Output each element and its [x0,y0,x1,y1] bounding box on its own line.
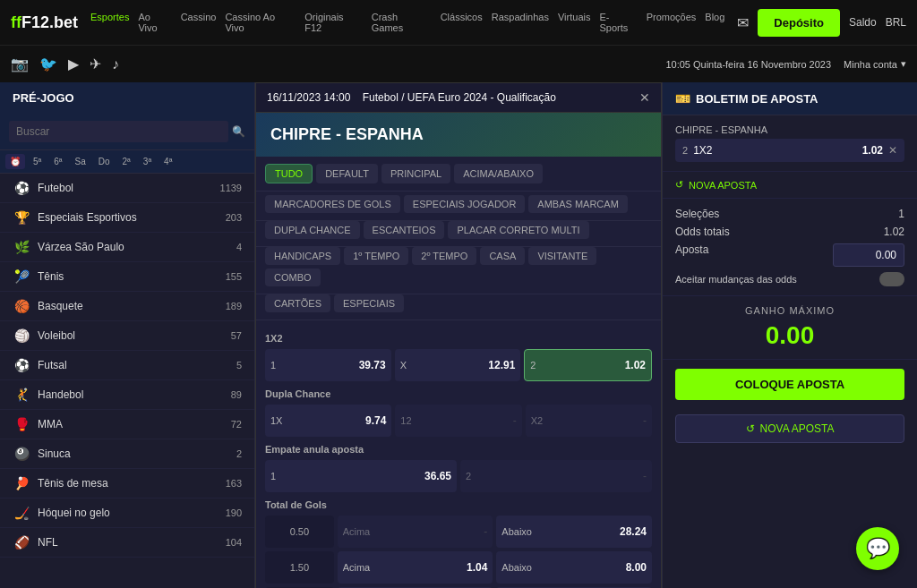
tab-ambas-marcam[interactable]: AMBAS MARCAM [528,195,627,213]
gols-abaixo-150[interactable]: Abaixo 8.00 [496,551,652,584]
tab-marcadores[interactable]: MARCADORES DE GOLS [265,195,400,213]
odds-label: 2 [466,471,471,481]
nav-crash[interactable]: Crash Games [372,12,432,33]
nav-blog[interactable]: Blog [705,12,724,33]
sport-count: 5 [236,360,242,371]
bet-tabs-main: TUDO DEFAULT PRINCIPAL ACIMA/ABAIXO [256,157,661,192]
sidebar-item-basquete[interactable]: 🏀 Basquete 189 [0,292,254,321]
aposta-input[interactable] [833,243,904,267]
bet-item-row: 2 1X2 1.02 ✕ [675,139,904,162]
sidebar-item-futsal[interactable]: ⚽ Futsal 5 [0,351,254,380]
tab-handicaps[interactable]: HANDICAPS [265,247,340,265]
nav-classicos[interactable]: Clássicos [441,12,483,33]
datetime-text: 10:05 Quinta-feira 16 Novembro 2023 [665,59,831,70]
filter-tab-5a[interactable]: 5ª [29,154,46,169]
sidebar-item-tenis-mesa[interactable]: 🏓 Tênis de mesa 163 [0,469,254,499]
close-button[interactable]: ✕ [639,90,650,105]
instagram-icon[interactable]: 📷 [11,55,29,72]
filter-tab-4a[interactable]: 4ª [159,154,176,169]
nav-esports[interactable]: E-Sports [599,12,637,33]
section-empate-anula: Empate anula aposta 1 36.65 2 - [265,444,652,492]
coloque-aposta-button[interactable]: COLOQUE APOSTA [675,369,904,400]
odds-1x[interactable]: 1X 9.74 [265,405,391,437]
sidebar-item-voleibol[interactable]: 🏐 Voleibol 57 [0,321,254,351]
tab-dupla-chance[interactable]: DUPLA CHANCE [265,221,360,239]
telegram-icon[interactable]: ✈ [90,55,101,72]
sidebar-item-handebol[interactable]: 🤾 Handebol 89 [0,380,254,410]
tab-2o-tempo[interactable]: 2º TEMPO [412,247,476,265]
mail-icon[interactable]: ✉ [737,14,749,31]
twitter-icon[interactable]: 🐦 [39,55,57,72]
odds-x2: X2 - [526,405,652,437]
sidebar: PRÉ-JOGO 🔍 ⏰ 5ª 6ª Sa Do 2ª 3ª 4ª ⚽ Fute… [0,82,255,588]
match-date: 16/11/2023 14:00 [267,91,350,104]
bet-item-close-button[interactable]: ✕ [888,144,897,157]
odds-x[interactable]: X 12.91 [395,349,521,381]
minha-conta-button[interactable]: Minha conta ▾ [844,58,906,70]
tab-combo[interactable]: COMBO [265,268,321,286]
tab-acima-abaixo[interactable]: ACIMA/ABAIXO [454,164,543,183]
sport-name: Hóquei no gelo [38,507,226,519]
tab-especiais[interactable]: ESPECIAIS [334,294,404,312]
nav-virtuais[interactable]: Virtuais [558,12,590,33]
deposit-button[interactable]: Depósito [758,9,840,37]
tab-placar-correto[interactable]: PLACAR CORRETO MULTI [448,221,588,239]
pre-jogo-title: PRÉ-JOGO [13,91,74,105]
odds-label: X [400,360,407,371]
search-input[interactable] [9,121,228,142]
filter-tab-sa[interactable]: Sa [71,154,90,169]
tiktok-icon[interactable]: ♪ [112,56,119,72]
gols-acima-150[interactable]: Acima 1.04 [338,551,493,584]
sidebar-item-varzea[interactable]: 🌿 Várzea São Paulo 4 [0,233,254,262]
tab-escanteios[interactable]: ESCANTEIOS [364,221,445,239]
nav-raspadinhas[interactable]: Raspadinhas [492,12,549,33]
refresh-icon: ↺ [675,179,683,191]
tab-casa[interactable]: CASA [480,247,525,265]
sidebar-item-futebol[interactable]: ⚽ Futebol 1139 [0,174,254,203]
filter-tab-2a[interactable]: 2ª [118,154,135,169]
tab-principal[interactable]: PRINCIPAL [381,164,450,183]
filter-tab-clock[interactable]: ⏰ [5,154,25,169]
empate-1[interactable]: 1 36.65 [265,460,457,492]
filter-tab-6a[interactable]: 6ª [49,154,66,169]
tab-default[interactable]: DEFAULT [316,164,378,183]
sidebar-item-sinuca[interactable]: 🎱 Sinuca 2 [0,439,254,469]
nav-cassino[interactable]: Cassino [181,12,217,33]
sport-count: 190 [226,507,242,518]
acima-label: Acima [343,562,371,573]
bet-tabs-row1: MARCADORES DE GOLS ESPECIAIS JOGADOR AMB… [256,192,661,221]
sidebar-item-nfl[interactable]: 🏈 NFL 104 [0,528,254,558]
abaixo-value: 28.24 [620,525,647,538]
nova-aposta-mini-button[interactable]: ↺ NOVA APOSTA [663,172,917,199]
nav-originais[interactable]: Originais F12 [304,12,363,33]
nav-aovivo[interactable]: Ao Vivo [138,12,171,33]
youtube-icon[interactable]: ▶ [68,55,79,72]
gols-abaixo-050[interactable]: Abaixo 28.24 [496,516,652,548]
tab-cartoes[interactable]: CARTÕES [265,294,330,312]
nova-aposta-button[interactable]: ↺ NOVA APOSTA [675,414,904,443]
sidebar-item-especiais-esportivos[interactable]: 🏆 Especiais Esportivos 203 [0,203,254,233]
saldo-button[interactable]: Saldo [849,16,877,29]
filter-tab-do[interactable]: Do [94,154,115,169]
sidebar-item-tenis[interactable]: 🎾 Tênis 155 [0,262,254,292]
nav-cassino-ao-vivo[interactable]: Cassino Ao Vivo [225,12,296,33]
nav-esportes[interactable]: Esportes [90,12,129,33]
aceitar-toggle[interactable] [879,272,904,286]
sport-name: Handebol [38,388,231,401]
tab-1o-tempo[interactable]: 1º TEMPO [344,247,408,265]
sidebar-item-hoquei[interactable]: 🏒 Hóquei no gelo 190 [0,499,254,528]
tab-especiais-jogador[interactable]: ESPECIAIS JOGADOR [404,195,526,213]
search-icon[interactable]: 🔍 [232,125,245,138]
sport-count: 57 [231,330,242,341]
tab-tudo[interactable]: TUDO [265,164,313,183]
chat-bubble-button[interactable]: 💬 [856,527,899,570]
odds-1[interactable]: 1 39.73 [265,349,391,381]
selecoes-value: 1 [898,208,904,220]
tab-visitante[interactable]: VISITANTE [528,247,596,265]
logo[interactable]: ffF12.bet [11,13,78,32]
odds-2[interactable]: 2 1.02 [524,349,652,381]
filter-tab-3a[interactable]: 3ª [139,154,156,169]
sidebar-item-mma[interactable]: 🥊 MMA 72 [0,410,254,439]
nav-promocoes[interactable]: Promoções [647,12,697,33]
brl-button[interactable]: BRL [886,16,906,29]
